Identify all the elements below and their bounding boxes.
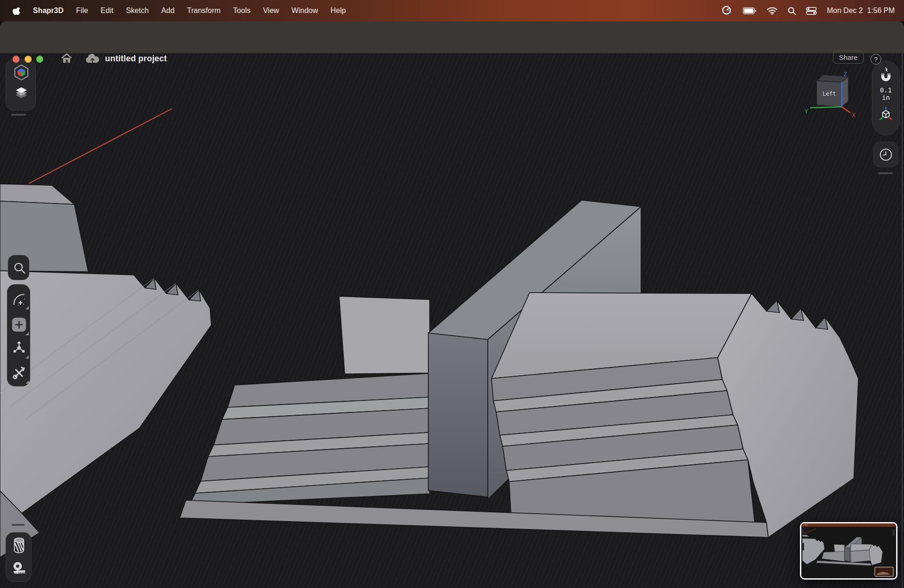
axis-z-label: Z	[844, 71, 847, 78]
tools-panel	[7, 284, 30, 386]
zoom-tool-button[interactable]	[8, 255, 29, 280]
menu-edit[interactable]: Edit	[101, 7, 114, 15]
layers-icon[interactable]	[14, 86, 29, 101]
menu-tools[interactable]: Tools	[233, 7, 250, 15]
magnet-snap-icon[interactable]	[879, 67, 893, 82]
grid-size-value[interactable]: 0.1 in	[880, 86, 891, 101]
viewport-right-edge	[902, 53, 903, 588]
apple-logo-icon[interactable]	[12, 6, 20, 15]
move-gizmo-icon	[12, 340, 26, 355]
wifi-icon[interactable]	[766, 7, 778, 15]
sketch-line[interactable]	[29, 109, 172, 183]
screenshot-preview-thumbnail[interactable]	[800, 522, 897, 580]
menu-add[interactable]: Add	[161, 7, 174, 15]
tool-flyout-indicator	[26, 332, 29, 335]
shading-cylinder-icon[interactable]	[13, 537, 26, 554]
cloud-upload-icon[interactable]	[85, 53, 100, 65]
panel-divider[interactable]	[12, 524, 25, 526]
battery-icon[interactable]	[743, 7, 757, 14]
main-stepped-body[interactable]	[180, 200, 858, 537]
menu-sketch[interactable]: Sketch	[126, 7, 149, 15]
menu-window[interactable]: Window	[292, 7, 318, 15]
left-stepped-body[interactable]	[0, 271, 211, 557]
share-button[interactable]: Share	[833, 51, 864, 64]
tool-flyout-indicator	[26, 355, 29, 359]
minimize-button[interactable]	[25, 56, 32, 63]
measure-tape-icon[interactable]	[13, 560, 26, 575]
snap-grid-panel: 0.1 in	[872, 61, 900, 135]
move-tool[interactable]	[7, 337, 31, 359]
modify-tool[interactable]	[7, 362, 31, 384]
orientation-view-cube[interactable]: Left Z Y X	[804, 68, 859, 119]
add-plus-icon	[15, 320, 23, 329]
3d-scene[interactable]	[0, 53, 904, 588]
menu-help[interactable]: Help	[331, 7, 346, 15]
tool-flyout-indicator	[26, 306, 29, 309]
close-button[interactable]	[13, 56, 20, 63]
home-icon[interactable]	[60, 52, 73, 64]
3d-viewport[interactable]	[0, 53, 904, 588]
add-tool[interactable]	[7, 314, 31, 336]
adobe-cc-icon[interactable]	[721, 5, 733, 16]
add-tool-button[interactable]	[12, 318, 26, 332]
macos-menubar: Shapr3D File Edit Sketch Add Transform T…	[0, 0, 904, 21]
viewcube-face-label[interactable]: Left	[823, 91, 836, 97]
zoom-magnifier-icon	[13, 262, 26, 274]
arc-sketch-icon	[12, 293, 26, 307]
help-button[interactable]: ?	[871, 54, 881, 65]
axis-y-label: Y	[805, 108, 808, 115]
spotlight-search-icon[interactable]	[787, 7, 796, 15]
axis-gizmo-cube-icon[interactable]	[878, 106, 894, 122]
menubar-clock[interactable]: Mon Dec 21:56 PM	[827, 7, 895, 15]
history-clock-icon	[879, 148, 893, 162]
scene-navigator-panel	[6, 59, 36, 111]
control-center-icon[interactable]	[806, 7, 817, 15]
menu-view[interactable]: View	[263, 7, 279, 15]
window-titlebar: untitled project Share ?	[0, 21, 904, 53]
fullscreen-button[interactable]	[36, 56, 43, 63]
document-title[interactable]: untitled project	[105, 54, 167, 64]
menubar-app-name[interactable]: Shapr3D	[33, 7, 64, 15]
tool-flyout-indicator	[26, 380, 29, 384]
modify-wrench-icon	[12, 366, 26, 380]
panel-divider[interactable]	[11, 114, 26, 116]
screenshot-preview-image	[801, 523, 896, 578]
scene-items-cube-icon[interactable]	[14, 65, 29, 80]
panel-divider[interactable]	[878, 172, 893, 174]
axis-x-label: X	[852, 112, 856, 118]
menu-file[interactable]: File	[76, 7, 88, 15]
menu-transform[interactable]: Transform	[187, 7, 221, 15]
display-tools-panel	[6, 532, 32, 582]
history-button[interactable]	[873, 142, 898, 167]
sketch-arc-tool[interactable]	[7, 288, 31, 311]
